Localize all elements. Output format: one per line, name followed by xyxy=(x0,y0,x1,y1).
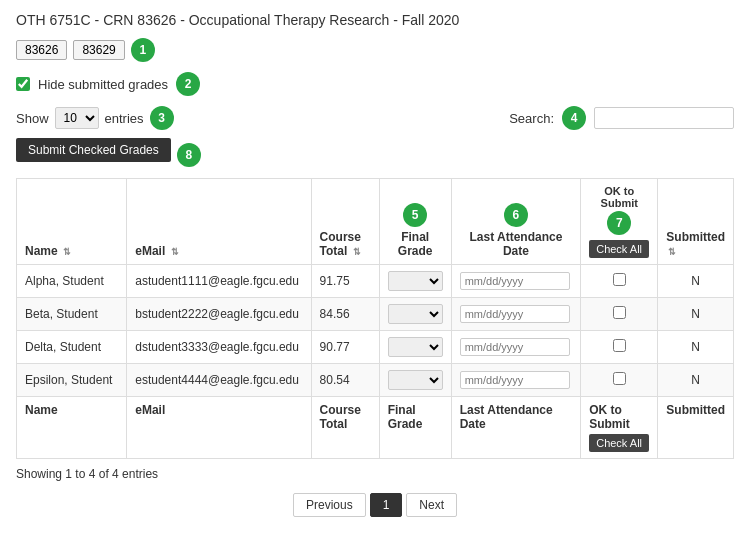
page-title: OTH 6751C - CRN 83626 - Occupational The… xyxy=(16,12,734,28)
cell-email-2: dstudent3333@eagle.fgcu.edu xyxy=(127,331,311,364)
show-label: Show xyxy=(16,111,49,126)
ok-checkbox-0[interactable] xyxy=(613,273,626,286)
tfoot-date: Last Attendance Date xyxy=(451,397,581,459)
badge-3: 3 xyxy=(150,106,174,130)
badge-1: 1 xyxy=(131,38,155,62)
th-date: 6 Last Attendance Date xyxy=(451,179,581,265)
cell-submitted-2: N xyxy=(658,331,734,364)
cell-ok-2 xyxy=(581,331,658,364)
search-label: Search: xyxy=(509,111,554,126)
grade-select-1[interactable]: AA- B+BB- C+CC- DF xyxy=(388,304,443,324)
tfoot-name: Name xyxy=(17,397,127,459)
badge-4: 4 xyxy=(562,106,586,130)
ok-checkbox-1[interactable] xyxy=(613,306,626,319)
th-grade: 5 Final Grade xyxy=(379,179,451,265)
badge-7: 7 xyxy=(607,211,631,235)
tfoot-ok: OK to Submit Check All xyxy=(581,397,658,459)
cell-ok-1 xyxy=(581,298,658,331)
entries-label: entries xyxy=(105,111,144,126)
badge-5: 5 xyxy=(403,203,427,227)
grade-select-2[interactable]: AA- B+BB- C+CC- DF xyxy=(388,337,443,357)
search-group: Search: 4 xyxy=(509,106,734,130)
badge-8: 8 xyxy=(177,143,201,167)
pagination-previous-button[interactable]: Previous xyxy=(293,493,366,517)
cell-name-2: Delta, Student xyxy=(17,331,127,364)
cell-total-3: 80.54 xyxy=(311,364,379,397)
hide-submitted-checkbox[interactable] xyxy=(16,77,30,91)
badge-6: 6 xyxy=(504,203,528,227)
crn-button-83626[interactable]: 83626 xyxy=(16,40,67,60)
showing-text: Showing 1 to 4 of 4 entries xyxy=(16,467,734,481)
grade-select-3[interactable]: AA- B+BB- C+CC- DF xyxy=(388,370,443,390)
cell-email-0: astudent1111@eagle.fgcu.edu xyxy=(127,265,311,298)
cell-ok-0 xyxy=(581,265,658,298)
date-input-2[interactable] xyxy=(460,338,570,356)
cell-email-3: estudent4444@eagle.fgcu.edu xyxy=(127,364,311,397)
ok-checkbox-2[interactable] xyxy=(613,339,626,352)
cell-grade-3: AA- B+BB- C+CC- DF xyxy=(379,364,451,397)
cell-date-2 xyxy=(451,331,581,364)
cell-date-1 xyxy=(451,298,581,331)
search-input[interactable] xyxy=(594,107,734,129)
ok-checkbox-3[interactable] xyxy=(613,372,626,385)
th-submitted: Submitted ⇅ xyxy=(658,179,734,265)
date-input-3[interactable] xyxy=(460,371,570,389)
controls-row: Show 10 25 50 entries 3 Search: 4 xyxy=(16,106,734,130)
sort-icon-total[interactable]: ⇅ xyxy=(353,247,361,257)
check-all-footer-button[interactable]: Check All xyxy=(589,434,649,452)
table-row: Beta, Student bstudent2222@eagle.fgcu.ed… xyxy=(17,298,734,331)
cell-grade-0: AA- B+BB- C+CC- DF xyxy=(379,265,451,298)
cell-grade-1: AA- B+BB- C+CC- DF xyxy=(379,298,451,331)
sort-icon-submitted[interactable]: ⇅ xyxy=(668,247,676,257)
cell-date-0 xyxy=(451,265,581,298)
hide-submitted-row: Hide submitted grades 2 xyxy=(16,72,734,96)
cell-submitted-1: N xyxy=(658,298,734,331)
grades-table: Name ⇅ eMail ⇅ Course Total ⇅ 5 Final Gr… xyxy=(16,178,734,459)
cell-ok-3 xyxy=(581,364,658,397)
cell-submitted-0: N xyxy=(658,265,734,298)
pagination-row: Previous 1 Next xyxy=(16,493,734,517)
crn-row: 83626 83629 1 xyxy=(16,38,734,62)
tfoot-email: eMail xyxy=(127,397,311,459)
cell-date-3 xyxy=(451,364,581,397)
sort-icon-name[interactable]: ⇅ xyxy=(63,247,71,257)
th-ok: OK to Submit 7 Check All xyxy=(581,179,658,265)
sort-icon-email[interactable]: ⇅ xyxy=(171,247,179,257)
check-all-header-button[interactable]: Check All xyxy=(589,240,649,258)
cell-submitted-3: N xyxy=(658,364,734,397)
th-email: eMail ⇅ xyxy=(127,179,311,265)
table-row: Delta, Student dstudent3333@eagle.fgcu.e… xyxy=(17,331,734,364)
tfoot-submitted: Submitted xyxy=(658,397,734,459)
grade-select-0[interactable]: AA- B+BB- C+CC- DF xyxy=(388,271,443,291)
cell-name-3: Epsilon, Student xyxy=(17,364,127,397)
tfoot-total: Course Total xyxy=(311,397,379,459)
cell-name-0: Alpha, Student xyxy=(17,265,127,298)
pagination-page-1-button[interactable]: 1 xyxy=(370,493,403,517)
badge-2: 2 xyxy=(176,72,200,96)
crn-button-83629[interactable]: 83629 xyxy=(73,40,124,60)
th-name: Name ⇅ xyxy=(17,179,127,265)
cell-total-1: 84.56 xyxy=(311,298,379,331)
pagination-next-button[interactable]: Next xyxy=(406,493,457,517)
toolbar-row: Submit Checked Grades 8 xyxy=(16,138,734,172)
table-row: Alpha, Student astudent1111@eagle.fgcu.e… xyxy=(17,265,734,298)
entries-select[interactable]: 10 25 50 xyxy=(55,107,99,129)
table-row: Epsilon, Student estudent4444@eagle.fgcu… xyxy=(17,364,734,397)
tfoot-grade: Final Grade xyxy=(379,397,451,459)
cell-grade-2: AA- B+BB- C+CC- DF xyxy=(379,331,451,364)
date-input-1[interactable] xyxy=(460,305,570,323)
submit-checked-grades-button[interactable]: Submit Checked Grades xyxy=(16,138,171,162)
th-total: Course Total ⇅ xyxy=(311,179,379,265)
hide-submitted-label: Hide submitted grades xyxy=(38,77,168,92)
cell-name-1: Beta, Student xyxy=(17,298,127,331)
date-input-0[interactable] xyxy=(460,272,570,290)
cell-email-1: bstudent2222@eagle.fgcu.edu xyxy=(127,298,311,331)
show-entries-group: Show 10 25 50 entries 3 xyxy=(16,106,174,130)
cell-total-0: 91.75 xyxy=(311,265,379,298)
cell-total-2: 90.77 xyxy=(311,331,379,364)
